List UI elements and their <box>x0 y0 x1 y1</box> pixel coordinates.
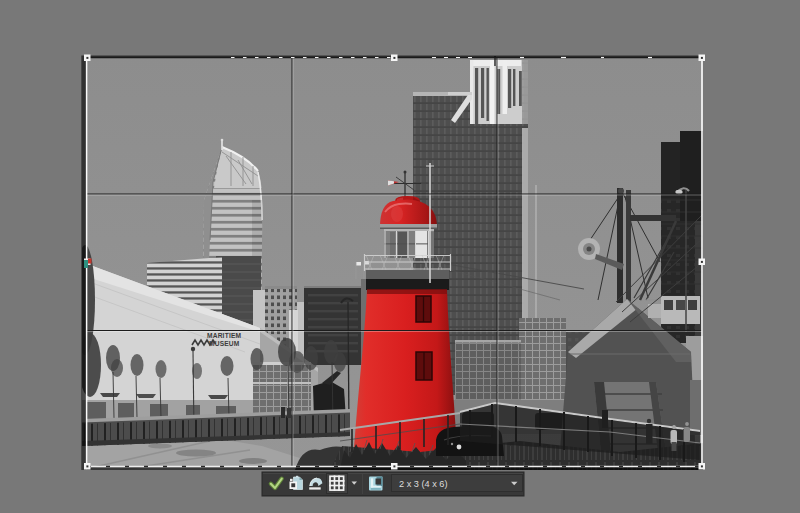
svg-text:MUSEUM: MUSEUM <box>209 340 240 347</box>
svg-text:MARITIEM: MARITIEM <box>207 332 242 339</box>
svg-text:2 x 3 (4 x 6): 2 x 3 (4 x 6) <box>399 479 448 489</box>
